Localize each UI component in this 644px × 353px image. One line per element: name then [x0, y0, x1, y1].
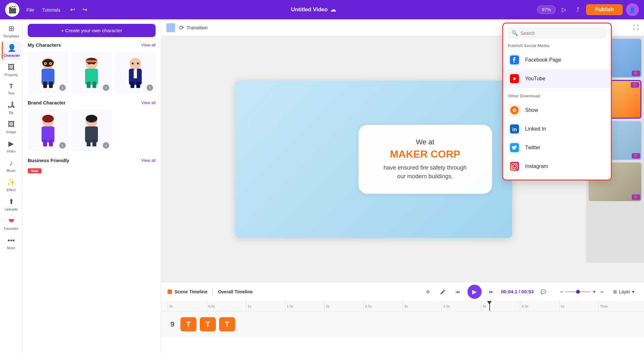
scene-timeline-tab[interactable]: Scene Timeline: [168, 289, 207, 294]
time-display: 00:04.1 / 00:53: [501, 289, 534, 294]
top-menu: File Tutorials: [23, 5, 63, 15]
svg-point-24: [137, 63, 139, 64]
brand-chars-header: Brand Character View all: [28, 100, 156, 105]
show-label: Show: [525, 107, 538, 113]
svg-point-46: [514, 110, 515, 111]
color-box[interactable]: [166, 23, 175, 32]
text-block-1[interactable]: T: [180, 317, 197, 331]
uploads-icon: ⬆: [8, 198, 14, 206]
mic-button[interactable]: 🎤: [438, 287, 448, 297]
svg-point-36: [86, 115, 97, 123]
user-avatar[interactable]: 👤: [626, 3, 639, 16]
zoom-control[interactable]: 97%: [537, 5, 556, 14]
char-card[interactable]: i: [72, 52, 112, 93]
video-canvas[interactable]: We at MAKER CORP have ensured fire safet…: [235, 81, 512, 238]
sidebar-item-effect[interactable]: ✨ Effect: [2, 176, 21, 194]
bg-icon: 🏞: [8, 101, 15, 109]
svg-rect-25: [130, 82, 134, 88]
sidebar-item-more[interactable]: ••• More: [2, 234, 21, 252]
undo-button[interactable]: ↩: [67, 5, 78, 15]
video-icon: ▶: [8, 140, 14, 148]
logo[interactable]: 🎬: [5, 3, 19, 17]
sidebar-item-video[interactable]: ▶ Video: [2, 137, 21, 156]
thumb-badge: 🔴: [632, 194, 640, 200]
menu-file[interactable]: File: [23, 5, 37, 15]
search-container: 🔍: [508, 27, 606, 39]
sidebar-item-text[interactable]: T Text: [2, 80, 21, 98]
text-block-2[interactable]: T: [200, 317, 216, 331]
sidebar-item-bg[interactable]: 🏞 Bg: [2, 98, 21, 117]
svg-point-37: [88, 120, 90, 122]
scene-tab-dot: [168, 289, 172, 294]
char-card[interactable]: i: [28, 52, 68, 93]
publish-linkedin[interactable]: in Linked In: [503, 120, 611, 138]
transition-label: ⟳ Transition: [179, 24, 207, 31]
search-input[interactable]: [521, 31, 602, 36]
show-icon: [508, 104, 521, 116]
create-character-button[interactable]: + Create your own character: [28, 24, 156, 37]
publish-show[interactable]: Show: [503, 101, 611, 120]
sidebar-item-property[interactable]: 🖼 Property: [2, 61, 21, 79]
char-card[interactable]: i: [115, 52, 156, 93]
svg-rect-21: [134, 69, 137, 78]
my-chars-view-all[interactable]: View all: [141, 43, 156, 47]
ruler-tick: 1.5s: [285, 301, 324, 311]
canvas-text-body: have ensured fire safety throughour mode…: [370, 163, 480, 181]
svg-point-23: [132, 63, 134, 64]
captions-button[interactable]: 💬: [538, 287, 549, 297]
business-chars-view-all[interactable]: View all: [141, 158, 156, 163]
share-button[interactable]: ⤴: [572, 5, 583, 15]
sidebar-item-image[interactable]: 🖼 Image: [2, 118, 21, 136]
preview-button[interactable]: ▷: [559, 5, 569, 15]
next-button[interactable]: ⏭: [486, 287, 496, 297]
ruler-tick: 5s: [559, 301, 599, 311]
char-info-button[interactable]: i: [59, 142, 66, 149]
redo-button[interactable]: ↪: [80, 5, 90, 15]
canvas-text-we-at: We at: [370, 138, 480, 146]
menu-tutorials[interactable]: Tutorials: [39, 5, 63, 15]
sidebar-item-favorites[interactable]: ❤ Favorites: [2, 214, 21, 233]
zoom-slider-handle[interactable]: [576, 290, 580, 294]
play-button[interactable]: ▶: [467, 285, 482, 299]
sidebar-item-templates[interactable]: ⊞ Templates: [2, 22, 21, 41]
overall-timeline-tab[interactable]: Overall Timeline: [218, 289, 253, 294]
char-avatar: [77, 55, 106, 90]
publish-facebook[interactable]: Facebook Page: [503, 51, 611, 69]
char-info-button[interactable]: i: [147, 84, 153, 91]
other-section-label: Other Download: [503, 92, 611, 101]
svg-rect-17: [87, 82, 91, 88]
brand-chars-view-all[interactable]: View all: [141, 100, 156, 105]
svg-rect-26: [136, 82, 140, 88]
char-info-button[interactable]: i: [59, 84, 66, 91]
text-block-3[interactable]: T: [219, 317, 235, 331]
ruler-tick: 4s: [481, 301, 520, 311]
sidebar-item-music[interactable]: ♪ Music: [2, 156, 21, 175]
publish-dropdown: 🔍 Publish Social Media Facebook Page You…: [502, 23, 612, 181]
char-card[interactable]: i: [72, 109, 112, 151]
business-chars-title: Business Friendly: [28, 158, 69, 163]
text-icon: T: [9, 83, 13, 90]
linkedin-label: Linked In: [525, 126, 546, 132]
prev-button[interactable]: ⏮: [453, 287, 463, 297]
publish-youtube[interactable]: YouTube: [503, 69, 611, 88]
char-info-button[interactable]: i: [103, 84, 109, 91]
char-card[interactable]: i: [28, 109, 68, 151]
svg-rect-32: [43, 139, 47, 146]
sidebar-item-character[interactable]: 👤 Character: [2, 41, 21, 60]
undo-redo-group: ↩ ↪: [67, 5, 90, 15]
topbar: 🎬 File Tutorials ↩ ↪ Untitled Video ☁ 97…: [0, 0, 644, 19]
char-avatar: [121, 55, 150, 90]
scene-settings-button[interactable]: ⚙: [423, 287, 433, 297]
transition-text: Transition: [187, 25, 207, 30]
expand-button[interactable]: ⛶: [633, 24, 639, 31]
publish-button[interactable]: Publish: [586, 4, 623, 15]
svg-point-52: [516, 164, 517, 165]
icon-sidebar: ⊞ Templates 👤 Character 🖼 Property T Tex…: [0, 19, 23, 353]
publish-instagram[interactable]: Instagram: [503, 157, 611, 176]
sidebar-item-uploads[interactable]: ⬆ Uploads: [2, 195, 21, 214]
char-info-button[interactable]: i: [103, 142, 109, 149]
video-title[interactable]: Untitled Video: [291, 6, 328, 13]
publish-twitter[interactable]: Twitter: [503, 138, 611, 157]
social-section-label: Publish Social Media: [503, 42, 611, 51]
layer-button[interactable]: ⊞ Layer ▾: [610, 288, 638, 296]
